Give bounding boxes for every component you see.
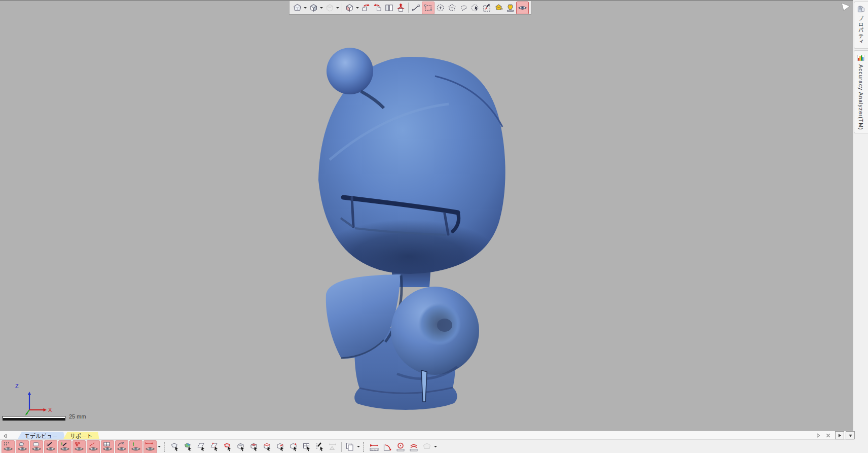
select-solid-vertex-icon[interactable]	[287, 441, 300, 453]
ghost-cube-dropdown-icon[interactable]	[336, 2, 340, 14]
tab-next-icon[interactable]	[815, 432, 821, 439]
tab-prev-icon[interactable]	[2, 432, 9, 440]
polygon-display-dropdown-icon[interactable]	[303, 2, 308, 14]
pick-tool-icon[interactable]	[314, 441, 326, 453]
compute-volume-icon	[421, 441, 433, 453]
right-sidebar: プロパティ Accuracy Analyzer(TM)	[853, 0, 868, 453]
tab-jump-icon[interactable]	[835, 431, 844, 439]
sidebar-tab-properties-label: プロパティ	[857, 16, 865, 45]
show-dimensions-eye-dropdown-icon[interactable]	[157, 441, 162, 452]
tab-list-icon[interactable]	[846, 431, 855, 439]
shaded-cube-icon[interactable]	[308, 2, 319, 14]
show-feature-points-eye-icon[interactable]	[73, 440, 86, 453]
show-splines-eye-icon[interactable]	[115, 440, 128, 453]
tab-close-icon[interactable]	[825, 432, 831, 439]
measure-distance-icon[interactable]	[368, 441, 380, 453]
select-solid-top-red-icon[interactable]	[248, 441, 260, 453]
toolbar-separator	[341, 442, 342, 452]
tab-support[interactable]: サポート	[63, 432, 99, 440]
brush-select-icon[interactable]	[481, 2, 493, 14]
3d-viewport[interactable]: Z X 25 mm	[0, 1, 853, 431]
tab-bar-controls	[815, 431, 855, 439]
show-grid-eye-icon[interactable]	[101, 440, 114, 453]
rotate-left-icon[interactable]	[360, 2, 372, 14]
lasso-select-icon[interactable]	[458, 2, 469, 14]
paint-bucket-icon[interactable]	[493, 2, 504, 14]
sidebar-tab-accuracy-analyzer[interactable]: Accuracy Analyzer(TM)	[854, 50, 868, 134]
scale-bar-black-segment	[3, 419, 65, 421]
shaded-cube-dropdown-icon[interactable]	[319, 2, 324, 14]
toolbar-grip-separator	[164, 442, 166, 452]
cube-face-icon[interactable]	[344, 2, 355, 14]
show-curves-eye-icon[interactable]	[44, 440, 57, 453]
select-region-icon[interactable]	[222, 441, 234, 453]
toolbar-separator	[408, 3, 409, 13]
toolbar-grip-separator	[363, 442, 366, 452]
paint-pour-icon[interactable]	[504, 2, 516, 14]
sidebar-tab-properties[interactable]: プロパティ	[854, 2, 868, 49]
view-selection-toolbar	[289, 1, 531, 15]
select-solids-icon[interactable]	[235, 441, 247, 453]
cube-face-dropdown-icon[interactable]	[355, 2, 360, 14]
show-surfaces-eye-icon[interactable]	[30, 440, 43, 453]
mouse-cursor-icon	[840, 2, 852, 12]
show-points-eye-icon[interactable]	[2, 440, 15, 453]
axis-z-label: Z	[15, 383, 19, 389]
show-dimensions-eye-icon[interactable]	[143, 440, 157, 453]
ghost-cube-icon	[324, 2, 336, 14]
application-window: { "app": { "viewport_bg": "#b2b2b2", "mo…	[0, 0, 868, 453]
toolbar-separator	[342, 3, 342, 13]
split-view-icon[interactable]	[383, 2, 395, 14]
circle-select-icon[interactable]	[435, 2, 446, 14]
measure-angle-icon[interactable]	[381, 441, 393, 453]
show-normals-eye-icon[interactable]	[58, 440, 71, 453]
rotate-right-icon[interactable]	[372, 2, 383, 14]
copy-image-dropdown-icon[interactable]	[356, 441, 361, 452]
histogram-icon	[857, 54, 865, 62]
axis-x-label: X	[48, 407, 52, 413]
select-window-icon[interactable]	[301, 441, 313, 453]
measure-reference-icon	[327, 441, 339, 453]
polygon-select-icon[interactable]	[446, 2, 458, 14]
scale-bar-label: 25 mm	[69, 413, 86, 420]
model-3d-figure[interactable]	[0, 1, 853, 431]
select-plane-points-icon[interactable]	[208, 441, 221, 453]
select-shaded-polygons-icon[interactable]	[182, 441, 194, 453]
select-polygons-icon[interactable]	[169, 441, 181, 453]
scale-bar	[3, 416, 65, 421]
select-planes-icon[interactable]	[195, 441, 207, 453]
tab-model-view-label: モデルビュー	[24, 432, 58, 440]
sidebar-tab-accuracy-analyzer-label: Accuracy Analyzer(TM)	[858, 64, 864, 130]
home-view-icon[interactable]	[395, 2, 407, 14]
measure-radius-icon[interactable]	[394, 441, 407, 453]
line-select-icon[interactable]	[410, 2, 422, 14]
clipboard-icon	[857, 5, 865, 13]
select-solid-top-white-icon[interactable]	[261, 441, 273, 453]
show-boundaries-eye-icon[interactable]	[87, 440, 100, 453]
document-tab-bar: モデルビュー サポート	[0, 431, 853, 440]
rect-select-icon[interactable]	[422, 2, 435, 14]
compute-volume-dropdown-icon[interactable]	[433, 441, 438, 452]
show-datums-eye-icon[interactable]	[129, 440, 142, 453]
eye-icon[interactable]	[516, 2, 529, 14]
measure-thickness-icon[interactable]	[408, 441, 420, 453]
tab-support-label: サポート	[70, 432, 92, 440]
cursor-select-icon[interactable]	[469, 2, 481, 14]
display-selection-toolbar	[0, 439, 854, 453]
tab-model-view[interactable]: モデルビュー	[17, 432, 65, 440]
polygon-display-icon[interactable]	[292, 2, 303, 14]
select-solid-edge-icon[interactable]	[274, 441, 286, 453]
copy-image-icon[interactable]	[344, 441, 356, 453]
show-polygons-eye-icon[interactable]	[16, 440, 29, 453]
